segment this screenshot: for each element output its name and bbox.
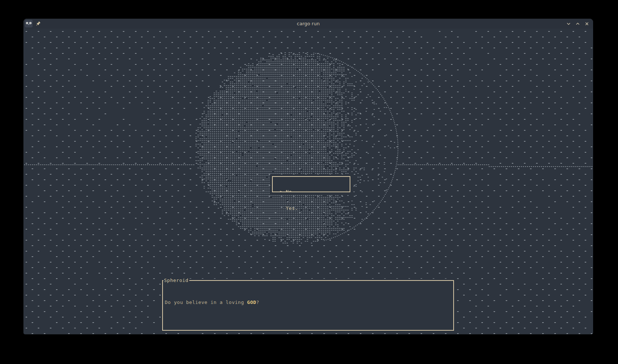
menu-item-no[interactable]: ->No.: [277, 189, 350, 194]
chevron-up-icon: [575, 21, 580, 26]
terminal-window: cargo run ->No.: [23, 19, 593, 334]
dialog-title: Spheroid: [163, 278, 189, 283]
menu-item-yes[interactable]: ->Yes.: [277, 205, 350, 211]
app-icon[interactable]: [25, 20, 33, 27]
close-button[interactable]: [584, 21, 590, 27]
question-text: Do you believe in a loving: [165, 300, 247, 305]
maximize-button[interactable]: [575, 21, 581, 27]
selection-arrow: ->: [277, 189, 283, 194]
chevron-down-icon: [566, 21, 571, 26]
menu-item-label: No.: [286, 189, 295, 194]
titlebar[interactable]: cargo run: [23, 19, 593, 29]
dialog-question: Do you believe in a loving GOD?: [165, 300, 450, 305]
app-icon-eye: [29, 22, 31, 24]
pin-icon[interactable]: [35, 21, 41, 27]
question-punctuation: ?: [256, 300, 259, 305]
close-icon: [584, 21, 589, 26]
dialog-box: Spheroid Do you believe in a loving GOD?: [162, 280, 454, 331]
window-title: cargo run: [23, 21, 593, 26]
minimize-button[interactable]: [566, 21, 572, 27]
menu-item-label: Yes.: [286, 205, 298, 211]
terminal-content: ->No. ->Yes. Spheroid Do you believe in …: [23, 29, 593, 334]
question-highlight: GOD: [247, 300, 256, 305]
app-icon-mouth: [28, 24, 29, 25]
choice-menu: ->No. ->Yes.: [272, 176, 350, 192]
